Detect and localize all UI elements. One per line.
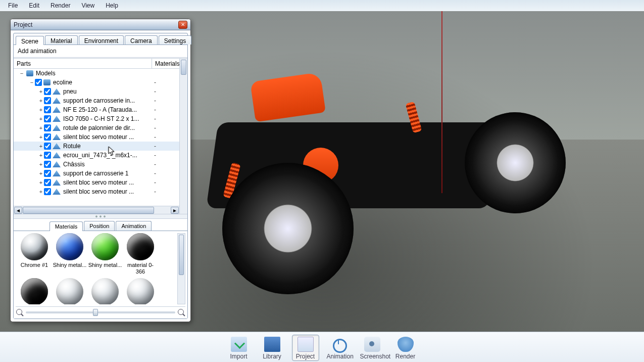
visibility-checkbox[interactable] <box>44 133 51 141</box>
tree-row[interactable]: +Châssis- <box>14 160 179 169</box>
part-icon <box>53 125 61 131</box>
close-icon[interactable]: ✕ <box>178 21 187 29</box>
visibility-checkbox[interactable] <box>44 106 51 113</box>
tree-row[interactable]: −Models <box>14 69 179 78</box>
toolbar-label: Import <box>227 353 251 360</box>
zoom-in-icon[interactable] <box>177 308 185 316</box>
tree-row[interactable]: +ISO 7050 - C-H ST 2.2 x 1...- <box>14 114 179 123</box>
zoom-slider[interactable] <box>26 311 175 313</box>
visibility-checkbox[interactable] <box>44 170 51 177</box>
visibility-checkbox[interactable] <box>44 188 51 195</box>
pane-splitter[interactable]: ● ● ● <box>14 214 187 219</box>
tree-row[interactable]: +NF E 25-120 - A (Tarauda...- <box>14 105 179 114</box>
tree-row[interactable]: +ecrou_uni_7473_-_m6x1-...- <box>14 151 179 160</box>
material-swatch <box>91 233 119 260</box>
part-material: - <box>154 106 179 113</box>
parts-tree: Parts Materials −Models−ecoline-+pneu-+s… <box>14 58 187 214</box>
toolbar-project-button[interactable]: Project <box>292 335 319 361</box>
expand-icon[interactable]: + <box>38 152 44 158</box>
part-material: - <box>154 179 179 186</box>
animation-icon <box>331 337 347 352</box>
material-item[interactable]: material 0-366 <box>123 233 158 276</box>
part-material: - <box>154 133 179 141</box>
material-swatch <box>21 233 48 260</box>
lower-tab-position[interactable]: Position <box>84 221 115 231</box>
expand-icon[interactable]: + <box>38 98 44 104</box>
tree-row[interactable]: +support de carrosserie in...- <box>14 96 179 105</box>
tab-scene[interactable]: Scene <box>16 36 44 45</box>
visibility-checkbox[interactable] <box>44 152 51 159</box>
expand-icon[interactable]: + <box>38 161 44 167</box>
part-material: - <box>154 97 179 104</box>
material-name: material 0-366 <box>123 262 158 276</box>
toolbar-import-button[interactable]: Import <box>225 335 253 361</box>
expand-icon[interactable]: + <box>38 125 44 131</box>
part-material: - <box>154 170 179 177</box>
expand-icon[interactable]: + <box>38 143 44 149</box>
scroll-right-icon[interactable]: ▸ <box>171 207 179 214</box>
tree-row[interactable]: +Rotule- <box>14 142 179 151</box>
visibility-checkbox[interactable] <box>44 97 51 104</box>
part-icon <box>53 116 61 122</box>
menu-view[interactable]: View <box>76 1 100 10</box>
expand-icon[interactable]: + <box>38 88 44 95</box>
add-animation[interactable]: Add animation <box>14 45 187 58</box>
menu-edit[interactable]: Edit <box>24 1 44 10</box>
menu-file[interactable]: File <box>3 1 23 10</box>
visibility-checkbox[interactable] <box>44 179 51 186</box>
expand-icon[interactable]: − <box>29 79 35 85</box>
toolbar-library-button[interactable]: Library <box>259 335 286 361</box>
material-swatch <box>21 278 48 304</box>
tree-row[interactable]: +silent bloc servo moteur ...- <box>14 178 179 187</box>
material-item[interactable]: Shiny metal... <box>87 233 123 276</box>
toolbar-render-button[interactable]: Render <box>392 335 419 361</box>
tree-row[interactable]: +rotule de palonnier de dir...- <box>14 123 179 132</box>
tree-row[interactable]: +silent bloc servo moteur ...- <box>14 132 179 142</box>
tab-camera[interactable]: Camera <box>125 35 158 44</box>
tree-row[interactable]: −ecoline- <box>14 78 179 87</box>
tree-hscroll[interactable]: ◂ ▸ <box>14 206 179 214</box>
menu-help[interactable]: Help <box>101 1 123 10</box>
part-icon <box>53 189 61 195</box>
tree-row[interactable]: +support de carrosserie 1- <box>14 169 179 178</box>
material-item[interactable] <box>17 278 52 304</box>
expand-icon[interactable]: − <box>19 70 25 76</box>
zoom-slider-row <box>16 306 185 316</box>
expand-icon[interactable]: + <box>38 107 44 113</box>
toolbar-label: Project <box>293 353 318 360</box>
visibility-checkbox[interactable] <box>44 124 51 131</box>
expand-icon[interactable]: + <box>38 189 44 195</box>
lower-tab-animation[interactable]: Animation <box>116 221 152 231</box>
expand-icon[interactable]: + <box>38 134 44 140</box>
lower-tab-materials[interactable]: Materials <box>49 221 83 231</box>
tab-environment[interactable]: Environment <box>79 35 124 44</box>
material-item[interactable] <box>87 278 123 304</box>
tab-material[interactable]: Material <box>45 35 78 44</box>
material-swatch <box>91 278 119 304</box>
expand-icon[interactable]: + <box>38 179 44 186</box>
project-titlebar[interactable]: Project ✕ <box>11 19 190 30</box>
tree-row[interactable]: +silent bloc servo moteur ...- <box>14 187 179 196</box>
tree-scrollbar[interactable] <box>179 59 187 214</box>
visibility-checkbox[interactable] <box>44 115 51 122</box>
material-item[interactable] <box>52 278 87 304</box>
visibility-checkbox[interactable] <box>35 79 42 86</box>
scroll-left-icon[interactable]: ◂ <box>14 207 22 214</box>
material-item[interactable]: Shiny metal... <box>52 233 87 276</box>
material-item[interactable]: Chrome #1 <box>17 233 52 276</box>
expand-icon[interactable]: + <box>38 116 44 122</box>
material-item[interactable] <box>123 278 158 304</box>
materials-scrollbar[interactable] <box>177 233 185 304</box>
visibility-checkbox[interactable] <box>44 88 51 95</box>
toolbar-label: Render <box>393 353 418 360</box>
tab-settings[interactable]: Settings <box>159 35 191 44</box>
expand-icon[interactable]: + <box>38 170 44 176</box>
visibility-checkbox[interactable] <box>44 143 51 150</box>
menu-render[interactable]: Render <box>45 1 75 10</box>
zoom-out-icon[interactable] <box>16 308 24 316</box>
toolbar-animation-button[interactable]: Animation <box>325 335 353 361</box>
toolbar-screenshot-button[interactable]: Screenshot <box>359 335 386 361</box>
tree-row[interactable]: +pneu- <box>14 87 179 96</box>
tree-header-parts[interactable]: Parts <box>14 59 152 68</box>
visibility-checkbox[interactable] <box>44 161 51 168</box>
